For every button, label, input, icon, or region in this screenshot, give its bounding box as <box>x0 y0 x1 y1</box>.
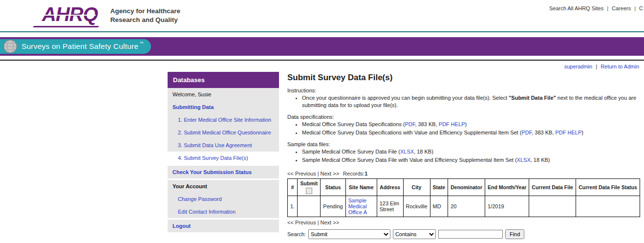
sidebar-item-step1-site-information[interactable]: 1. Enter Medical Office Site Information <box>168 113 279 126</box>
instructions-item: Once your questionnaire is approved you … <box>302 94 641 110</box>
admin-bar: superadmin | Return to Admin <box>168 63 641 72</box>
banner-title: Surveys on Patient Safety Culture <box>21 42 138 51</box>
sidebar-item-logout[interactable]: Logout <box>168 218 279 232</box>
column-header-address: Address <box>377 179 403 196</box>
sidebar-item-check-submission-status[interactable]: Check Your Submission Status <box>168 164 279 178</box>
sidebar-item-submitting-data[interactable]: Submitting Data <box>168 101 279 113</box>
submit-header-label: Submit <box>301 180 318 186</box>
cell-status: Pending <box>321 196 345 217</box>
column-header-submit: Submit <box>298 179 321 196</box>
ahrq-logo[interactable]: AHRQ <box>41 4 102 27</box>
search-all-ahrq-sites-link[interactable]: Search All AHRQ Sites <box>549 5 603 11</box>
records-label: Records: <box>343 171 365 177</box>
cell-end-month-year: 1/2019 <box>485 196 529 217</box>
data-specifications-list: Medical Office Survey Data Specification… <box>287 121 641 137</box>
top-header: AHRQ Agency for Healthcare Research and … <box>0 0 644 32</box>
records-count: 1 <box>365 171 367 177</box>
pdf-help-link[interactable]: PDF HELP <box>439 121 465 127</box>
instructions-text: Once your questionnaire is approved you … <box>302 95 509 101</box>
cell-address: 123 Elm Street <box>377 196 403 217</box>
sidebar-item-step4-submit-data-files[interactable]: 4. Submit Survey Data File(s) <box>168 152 279 164</box>
admin-separator: | <box>596 64 597 69</box>
content-area: superadmin | Return to Admin Databases W… <box>0 61 644 239</box>
spec-text: Medical Office Survey Data Specification… <box>302 121 405 127</box>
cell-denominator: 20 <box>448 196 485 217</box>
spec-text: , 383 KB, <box>415 121 439 127</box>
search-operator-select[interactable]: Contains <box>393 229 436 239</box>
table-header-row: # Submit Status Site Name Address City S… <box>288 179 640 196</box>
next-link[interactable]: Next >> <box>321 171 340 177</box>
return-to-admin-link[interactable]: Return to Admin <box>601 64 639 69</box>
ahrq-logo-text: AHRQ <box>42 3 98 25</box>
tagline-line2: Research and Quality <box>110 16 180 24</box>
cell-city: Rockville <box>403 196 430 217</box>
sidebar: Databases Welcome, Susie Submitting Data… <box>168 72 279 232</box>
sample-data-files-list: Sample Medical Office Survey Data File (… <box>287 148 641 164</box>
instructions-label: Instructions: <box>287 88 641 93</box>
spec-item: Medical Office Survey Data Specification… <box>302 129 641 136</box>
column-header-end-month-year: End Month/Year <box>485 179 529 196</box>
pagination-separator: | <box>318 220 319 225</box>
sample-item: Sample Medical Office Survey Data File (… <box>302 148 641 155</box>
username-label: superadmin <box>564 64 592 69</box>
tagline-line1: Agency for Healthcare <box>110 7 180 16</box>
xlsx-link[interactable]: XLSX <box>400 149 414 155</box>
cell-current-data-file-status <box>576 196 640 217</box>
spec-text: Medical Office Survey Data Specification… <box>302 130 521 135</box>
cell-state: MD <box>430 196 448 217</box>
instructions-list: Once your questionnaire is approved you … <box>287 94 641 110</box>
cell-number: 1. <box>288 196 298 217</box>
site-name-link[interactable]: Sample Medical Office A <box>348 198 367 215</box>
top-nav: Search All AHRQ Sites | Careers | C <box>549 5 643 11</box>
xlsx-link[interactable]: XLSX <box>517 157 531 163</box>
sidebar-heading-your-account: Your Account <box>168 178 279 193</box>
search-field-select[interactable]: Submit <box>308 229 390 239</box>
column-header-denominator: Denominator <box>448 179 485 196</box>
logo-tagline: Agency for Healthcare Research and Quali… <box>110 7 180 24</box>
sample-data-files-label: Sample data files: <box>287 141 641 147</box>
column-header-number: # <box>288 179 298 196</box>
next-link[interactable]: Next >> <box>321 220 340 225</box>
sample-text: , 18 KB) <box>531 157 550 163</box>
sidebar-body: Welcome, Susie Submitting Data 1. Enter … <box>168 88 279 232</box>
top-nav-separator: | <box>634 5 636 11</box>
logo-stripe <box>39 15 96 16</box>
find-button[interactable]: Find <box>505 229 524 239</box>
logo-area: AHRQ Agency for Healthcare Research and … <box>41 4 180 27</box>
column-header-city: City <box>403 179 430 196</box>
spec-item: Medical Office Survey Data Specification… <box>302 121 641 128</box>
pdf-link[interactable]: PDF <box>405 121 415 127</box>
content-layout: Databases Welcome, Susie Submitting Data… <box>168 72 641 239</box>
cell-current-data-file <box>529 196 576 217</box>
page-title: Submit Survey Data File(s) <box>287 73 641 83</box>
column-header-current-data-file: Current Data File <box>529 179 576 196</box>
sample-text: , 18 KB) <box>414 149 433 155</box>
survey-data-table: # Submit Status Site Name Address City S… <box>287 178 640 217</box>
column-header-state: State <box>430 179 448 196</box>
column-header-status: Status <box>321 179 345 196</box>
previous-link[interactable]: << Previous <box>287 171 316 177</box>
banner-title-badge: Surveys on Patient Safety Culture ™ <box>0 39 151 54</box>
contact-link-truncated[interactable]: C <box>639 5 643 11</box>
welcome-text: Welcome, Susie <box>168 88 279 101</box>
pdf-link[interactable]: PDF <box>521 130 532 135</box>
sidebar-item-step3-data-use-agreement[interactable]: 3. Submit Data Use Agreement <box>168 139 279 152</box>
sample-item: Sample Medical Office Survey Data File w… <box>302 156 641 164</box>
careers-link[interactable]: Careers <box>612 5 631 11</box>
sidebar-header-databases: Databases <box>168 72 279 88</box>
table-row: 1. Pending Sample Medical Office A 123 E… <box>288 196 640 217</box>
pagination-top: << Previous|Next >>Records:1 <box>287 171 641 177</box>
sidebar-item-edit-contact-information[interactable]: Edit Contact Information <box>168 205 279 218</box>
sample-text: Sample Medical Office Survey Data File ( <box>302 149 400 155</box>
globe-icon <box>3 39 18 56</box>
pagination-bottom: << Previous|Next >> <box>287 220 641 225</box>
cell-submit <box>298 196 321 217</box>
submit-sort-icon[interactable] <box>306 188 312 194</box>
previous-link[interactable]: << Previous <box>287 220 316 225</box>
sample-text: Sample Medical Office Survey Data File w… <box>302 157 517 163</box>
sidebar-item-step2-questionnaire[interactable]: 2. Submit Medical Office Questionnaire <box>168 126 279 139</box>
pdf-help-link[interactable]: PDF HELP <box>555 130 581 135</box>
sidebar-item-change-password[interactable]: Change Password <box>168 193 279 205</box>
column-header-current-data-file-status: Current Data File Status <box>576 179 640 196</box>
search-text-input[interactable] <box>438 230 503 239</box>
